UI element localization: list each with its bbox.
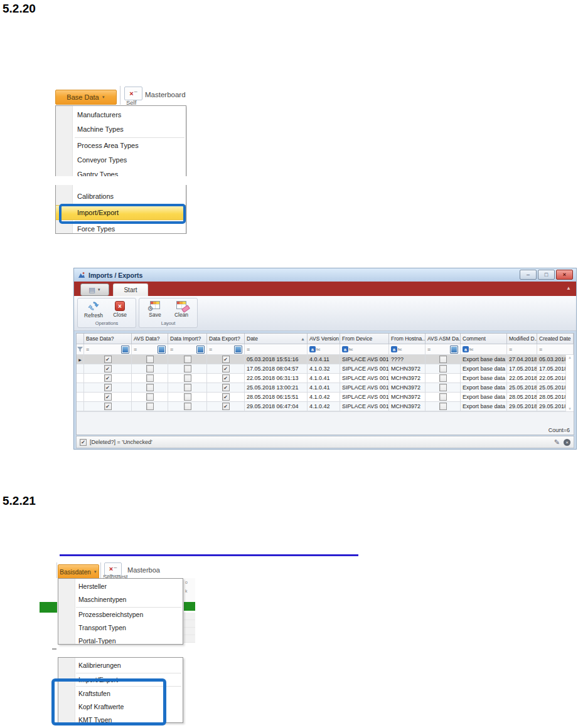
checkbox-cell[interactable]: ✔ [84,402,132,411]
checkbox-cell[interactable] [132,374,168,383]
status-filter-checkbox[interactable]: ✔ [80,439,87,446]
checkbox-cell[interactable]: ✔ [207,383,245,393]
unchecked-checkbox[interactable] [439,403,447,410]
checkbox-cell[interactable]: ✔ [84,374,132,383]
checked-checkbox[interactable]: ✔ [222,384,230,391]
checked-checkbox[interactable]: ✔ [222,356,230,363]
column-header[interactable]: Modified D... [507,334,537,344]
table-row[interactable]: ✔✔17.05.2018 08:04:574.1.0.32SIPLACE AVS… [77,364,574,374]
checkbox-cell[interactable] [425,393,461,402]
checkbox-cell[interactable]: ✔ [84,383,132,393]
clear-filter-icon[interactable]: × [564,439,570,446]
filter-cell-bool[interactable]: = [168,344,207,355]
column-header[interactable]: From Device [340,334,389,344]
checkbox-cell[interactable] [132,383,168,393]
checkbox-cell[interactable]: ✔ [207,355,245,364]
column-header[interactable]: Data Import? [168,334,207,344]
checkbox-cell[interactable]: ✔ [207,364,245,374]
unchecked-checkbox[interactable] [146,365,154,372]
checked-checkbox[interactable]: ✔ [104,356,112,363]
checkbox-cell[interactable]: ✔ [84,393,132,402]
vertical-scrollbar[interactable]: ▲ ▼ [565,355,574,411]
menu-item-process-area-types[interactable]: Process Area Types [56,139,186,153]
unchecked-checkbox[interactable] [184,384,191,391]
checkbox-cell[interactable]: ✔ [207,402,245,411]
menu-item-maschinentypen[interactable]: Maschinentypen [58,593,183,606]
unchecked-checkbox[interactable] [146,374,154,382]
checkbox-cell[interactable] [425,402,461,411]
unchecked-checkbox[interactable] [146,393,154,401]
checkbox-cell[interactable]: ✔ [84,355,132,364]
checkbox-cell[interactable] [425,364,461,374]
menu-item-prozessbereichstypen[interactable]: Prozessbereichstypen [58,608,183,621]
checked-checkbox[interactable]: ✔ [104,393,112,401]
menu-item-calibrations[interactable]: Calibrations [56,189,186,204]
table-row[interactable]: ✔✔29.05.2018 06:47:044.1.0.42SIPLACE AVS… [77,402,574,411]
column-header[interactable]: AVS Version [308,334,340,344]
unchecked-checkbox[interactable] [184,393,191,401]
checked-checkbox[interactable]: ✔ [104,365,112,372]
checkbox-cell[interactable] [132,402,168,411]
checkbox-cell[interactable] [168,364,207,374]
checkbox-cell[interactable] [425,355,461,364]
filter-cell-equals[interactable]: = [537,344,574,355]
unchecked-checkbox[interactable] [184,365,191,372]
checked-checkbox[interactable]: ✔ [104,374,112,382]
checked-checkbox[interactable]: ✔ [104,384,112,391]
unchecked-checkbox[interactable] [439,365,447,372]
close-ribbon-button[interactable]: × Close [107,301,133,318]
table-row[interactable]: ✔✔25.05.2018 13:00:214.1.0.41SIPLACE AVS… [77,383,574,393]
restore-button[interactable]: □ [538,270,555,280]
checkbox-cell[interactable]: ✔ [207,393,245,402]
checkbox-cell[interactable] [132,393,168,402]
filter-cell-equals[interactable]: = [507,344,537,355]
tab-start[interactable]: Start [113,283,148,296]
filter-cell-equals[interactable]: = [245,344,308,355]
checkbox-cell[interactable] [168,383,207,393]
basisdaten-button[interactable]: Basisdaten ▼ [58,564,99,579]
scroll-up-icon[interactable]: ▲ [568,356,572,359]
checkbox-cell[interactable] [425,374,461,383]
checkbox-cell[interactable] [425,383,461,393]
menu-item-kalibrierungen[interactable]: Kalibrierungen [58,659,183,672]
filter-cell-bool[interactable]: = [84,344,132,355]
unchecked-checkbox[interactable] [439,356,447,363]
save-layout-button[interactable]: ⚙ Save [142,301,168,318]
column-header[interactable]: AVS Data? [132,334,168,344]
unchecked-checkbox[interactable] [146,384,154,391]
menu-item-portal-typen[interactable]: Portal-Typen [58,635,183,645]
edit-filter-icon[interactable]: ✎ [554,438,560,446]
app-menu-button[interactable]: ▤ ▼ [80,283,109,296]
refresh-button[interactable]: Refresh [80,300,107,319]
unchecked-checkbox[interactable] [439,384,447,391]
minimize-button[interactable]: – [520,270,537,280]
selftest-button[interactable]: × – [124,87,142,100]
checkbox-cell[interactable] [168,393,207,402]
base-data-button[interactable]: Base Data ▼ [55,90,117,105]
column-header[interactable]: AVS ASM Da... [425,334,461,344]
checkbox-cell[interactable] [168,402,207,411]
ribbon-collapse-icon[interactable]: ▲ [566,285,571,291]
checkbox-cell[interactable] [168,355,207,364]
table-row[interactable]: ▶✔✔05.03.2018 15:51:164.0.4.11SIPLACE AV… [77,355,574,364]
filter-cell-bool[interactable]: = [207,344,245,355]
unchecked-checkbox[interactable] [184,356,191,363]
table-row[interactable]: ✔✔28.05.2018 06:15:514.1.0.42SIPLACE AVS… [77,393,574,402]
unchecked-checkbox[interactable] [146,403,154,410]
clean-layout-button[interactable]: Clean [168,301,195,318]
column-header-date[interactable]: Date ▲ [245,334,308,344]
menu-item-hersteller[interactable]: Hersteller [58,580,183,593]
menu-item-manufacturers[interactable]: Manufacturers [56,108,186,122]
filter-cell-text[interactable]: abc [340,344,389,355]
menu-item-transport-typen[interactable]: Transport Typen [58,621,183,635]
close-button[interactable]: × [556,270,573,280]
checkbox-cell[interactable] [132,364,168,374]
checked-checkbox[interactable]: ✔ [222,393,230,401]
checked-checkbox[interactable]: ✔ [222,365,230,372]
column-header[interactable]: Base Data? [84,334,132,344]
unchecked-checkbox[interactable] [146,356,154,363]
unchecked-checkbox[interactable] [439,393,447,401]
filter-cell-text[interactable]: abc [389,344,425,355]
column-header[interactable]: Created Date [537,334,574,344]
table-row[interactable]: ✔✔22.05.2018 06:31:134.1.0.41SIPLACE AVS… [77,374,574,383]
